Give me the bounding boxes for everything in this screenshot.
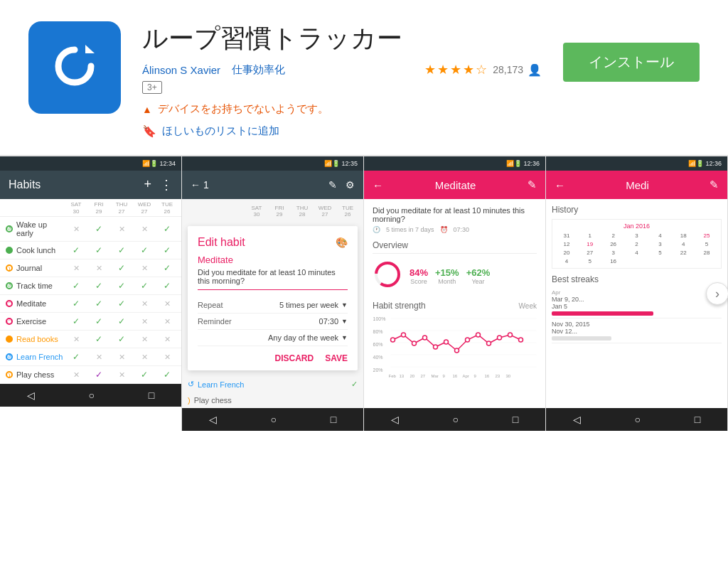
menu-icon[interactable]: ⋮ xyxy=(160,177,173,193)
back-arrow-4[interactable]: ← xyxy=(555,179,565,191)
rating-count: 28,173 xyxy=(493,64,523,75)
pencil-icon-3[interactable]: ✎ xyxy=(528,178,537,191)
nav-square-4[interactable]: □ xyxy=(695,414,700,425)
warning-icon: ▲ xyxy=(142,104,152,115)
modal-title: Edit habit xyxy=(198,236,245,249)
habit-dot-meditate: ◌ xyxy=(6,300,13,307)
cal-d31: 31 xyxy=(555,232,578,240)
back-arrow-3[interactable]: ← xyxy=(373,179,383,191)
repeat-value: 5 times per week ▼ xyxy=(279,301,348,309)
wishlist-text[interactable]: ほしいものリストに追加 xyxy=(162,124,279,138)
habit-row-wakeup[interactable]: ↺ Wake up early ✕ ✓ ✕ ✕ ✓ xyxy=(0,217,181,242)
habits-header: Habits + ⋮ xyxy=(0,171,181,199)
habit-row-journal[interactable]: ) Journal ✕ ✕ ✓ ✕ ✓ xyxy=(0,259,181,277)
year-pct: +62% xyxy=(466,267,491,278)
check-9-1: ✕ xyxy=(65,370,87,380)
reminder-row[interactable]: Reminder 07:30 ▼ xyxy=(198,314,348,330)
nav-square-1[interactable]: □ xyxy=(149,390,154,401)
habit-row-track[interactable]: ↺ Track time ✓ ✓ ✓ ✓ ✓ xyxy=(0,277,181,295)
app-icon xyxy=(28,21,121,114)
cal-d3: 3 xyxy=(626,232,648,240)
check-9-4: ✓ xyxy=(133,370,156,380)
frequency-text: 5 times in 7 days xyxy=(386,226,434,233)
strength-header: Habit strength Week xyxy=(373,301,537,311)
pencil-icon-2[interactable]: ✎ xyxy=(328,179,337,191)
habit-row-french[interactable]: ↺ Learn French ✓ ✕ ✕ ✕ ✕ xyxy=(0,348,181,366)
habit-row-chess[interactable]: ) Play chess ✕ ✓ ✕ ✓ ✓ xyxy=(0,366,181,384)
habit-dot-exercise: ◌ xyxy=(6,318,13,325)
nav-back-3[interactable]: ◁ xyxy=(391,414,399,425)
habit-name-french: ↺ Learn French xyxy=(6,353,65,361)
discard-button[interactable]: DISCARD xyxy=(275,353,314,363)
svg-text:30: 30 xyxy=(506,374,511,378)
svg-text:16: 16 xyxy=(453,374,458,378)
habit-label-wakeup: Wake up early xyxy=(16,220,65,237)
repeat-row[interactable]: Repeat 5 times per week ▼ xyxy=(198,297,348,314)
cal-d5b: 5 xyxy=(648,249,671,257)
nav-home-2[interactable]: ○ xyxy=(271,414,277,425)
habit-strength-chart: 100% 80% 60% 40% 20% xyxy=(373,315,537,372)
nav-back-2[interactable]: ◁ xyxy=(209,414,217,425)
cal-d2b: 2 xyxy=(626,240,648,248)
back-arrow-2[interactable]: ← 1 xyxy=(191,179,209,191)
svg-text:27: 27 xyxy=(421,374,426,378)
nav-back-4[interactable]: ◁ xyxy=(573,414,581,425)
check-2-4: ✓ xyxy=(133,245,156,255)
scroll-right-arrow[interactable]: › xyxy=(706,282,728,305)
check-7-2: ✓ xyxy=(87,334,110,344)
habit-row-meditate[interactable]: ◌ Meditate ✓ ✓ ✓ ✕ ✕ xyxy=(0,295,181,313)
strength-title: Habit strength xyxy=(373,301,426,311)
check-7-4: ✕ xyxy=(133,335,156,344)
install-button[interactable]: インストール xyxy=(563,43,700,82)
habit-row-exercise[interactable]: ◌ Exercise ✓ ✓ ✓ ✕ ✕ xyxy=(0,313,181,331)
modal-habit-name[interactable]: Meditate xyxy=(198,255,348,265)
nav-home-3[interactable]: ○ xyxy=(453,414,459,425)
save-button[interactable]: SAVE xyxy=(325,353,348,363)
check-5-4: ✕ xyxy=(133,299,156,309)
habit-row-cook[interactable]: Cook lunch ✓ ✓ ✓ ✓ ✓ xyxy=(0,242,181,259)
settings-icon-2[interactable]: ⚙ xyxy=(346,179,355,191)
check-3-1: ✕ xyxy=(65,264,87,273)
app-author[interactable]: Álinson S Xavier xyxy=(142,64,220,76)
habit-row-read[interactable]: Read books ✕ ✓ ✓ ✕ ✕ xyxy=(0,331,181,348)
chevron-dayofweek: ▼ xyxy=(341,334,348,341)
meditate-question: Did you meditate for at least 10 minutes… xyxy=(373,206,537,223)
cal-d3b: 3 xyxy=(648,240,671,248)
streak-1: Apr Mar 9, 20... Jan 5 xyxy=(552,287,722,318)
app-meta-left: Álinson S Xavier 仕事効率化 xyxy=(142,63,285,77)
day-fri: FRI29 xyxy=(87,201,110,215)
habit-name-meditate: ◌ Meditate xyxy=(6,299,65,308)
nav-square-2[interactable]: □ xyxy=(331,414,336,425)
meditate-header-4: ← Medi ✎ xyxy=(546,171,727,199)
score-pct: 84% xyxy=(410,267,428,278)
nav-square-3[interactable]: □ xyxy=(513,414,518,425)
history-title: History xyxy=(552,205,722,215)
svg-point-25 xyxy=(519,338,523,342)
strength-period: Week xyxy=(519,302,537,310)
meditate-sub: 🕐 5 times in 7 days ⏰ 07:30 xyxy=(373,226,537,233)
modal-habit-name-section: Meditate Did you meditate for at least 1… xyxy=(198,255,348,290)
nav-back-1[interactable]: ◁ xyxy=(27,390,35,401)
svg-point-23 xyxy=(498,336,502,340)
score-circle xyxy=(373,259,402,292)
nav-bar-4: ◁ ○ □ xyxy=(546,408,727,431)
wishlist-row[interactable]: 🔖 ほしいものリストに追加 xyxy=(142,124,542,138)
pencil-icon-4[interactable]: ✎ xyxy=(710,178,719,191)
modal-habit-desc[interactable]: Did you meditate for at least 10 minutes… xyxy=(198,268,348,285)
check-4-3: ✓ xyxy=(110,281,133,291)
check-2-5: ✓ xyxy=(156,245,178,255)
app-title: ループ習慣トラッカー xyxy=(142,21,542,56)
nav-home-4[interactable]: ○ xyxy=(635,414,641,425)
add-icon[interactable]: + xyxy=(144,177,151,193)
check-7-5: ✕ xyxy=(156,335,178,344)
color-picker-icon[interactable]: 🎨 xyxy=(336,237,348,248)
svg-text:9: 9 xyxy=(474,374,477,378)
dayofweek-row[interactable]: Any day of the week ▼ xyxy=(198,330,348,346)
nav-home-1[interactable]: ○ xyxy=(89,390,95,401)
status-icons-1: 📶🔋 12:34 xyxy=(142,160,176,167)
meditate-body: Did you meditate for at least 10 minutes… xyxy=(364,199,545,408)
score-label: Score xyxy=(410,278,428,285)
check-4-2: ✓ xyxy=(87,281,110,291)
modal-actions: DISCARD SAVE xyxy=(198,353,348,363)
app-category[interactable]: 仕事効率化 xyxy=(232,63,285,77)
